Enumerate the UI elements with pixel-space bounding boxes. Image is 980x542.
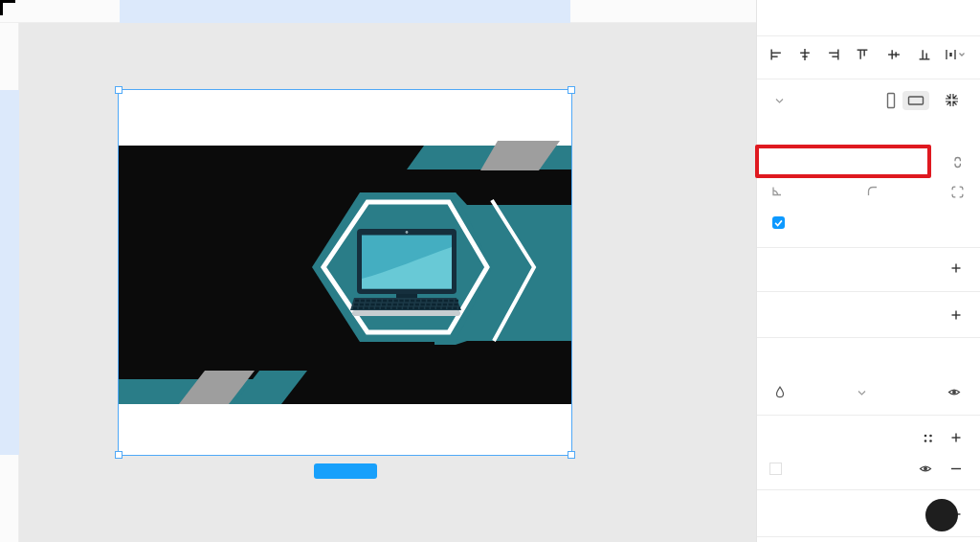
- selection-handle-top-left[interactable]: [115, 86, 122, 94]
- selection-handle-top-right[interactable]: [568, 86, 575, 94]
- remove-fill-icon[interactable]: [950, 467, 962, 470]
- corner-radius-icon: [866, 185, 879, 197]
- laptop-camera-dot: [406, 231, 409, 234]
- ruler-vertical[interactable]: [0, 0, 19, 542]
- fill-visibility-eye-icon[interactable]: [919, 463, 932, 475]
- design-panel: [756, 0, 980, 542]
- align-left-icon[interactable]: [769, 48, 783, 61]
- slide-artwork: [119, 90, 571, 455]
- selection-size-badge: [314, 463, 377, 479]
- chevron-down-icon[interactable]: [775, 97, 784, 104]
- help-button[interactable]: [925, 499, 958, 531]
- align-top-icon[interactable]: [856, 48, 869, 61]
- rotation-icon: [770, 185, 783, 197]
- slide-frame[interactable]: [119, 90, 571, 455]
- orientation-portrait-icon[interactable]: [884, 91, 898, 110]
- ruler-selection-highlight-v: [0, 90, 19, 455]
- selection-handle-bottom-right[interactable]: [568, 451, 575, 459]
- selection-handle-bottom-left[interactable]: [115, 451, 122, 459]
- distribute-spacing-icon[interactable]: [945, 48, 966, 61]
- layer-visibility-eye-icon[interactable]: [947, 386, 961, 398]
- chevron-down-icon[interactable]: [858, 389, 866, 396]
- independent-corners-icon[interactable]: [950, 185, 965, 199]
- canvas[interactable]: [0, 0, 756, 542]
- figma-app: [0, 0, 980, 542]
- orientation-landscape-icon[interactable]: [902, 91, 929, 110]
- fill-color-swatch[interactable]: [769, 463, 782, 475]
- ruler-selection-highlight-h: [120, 0, 570, 23]
- blend-mode-icon[interactable]: [773, 385, 787, 398]
- clip-content-checkbox[interactable]: [772, 216, 785, 229]
- add-auto-layout-icon[interactable]: [950, 262, 962, 274]
- fill-styles-icon[interactable]: [922, 432, 934, 444]
- add-layout-grid-icon[interactable]: [950, 309, 962, 321]
- align-horizontal-center-icon[interactable]: [798, 48, 812, 61]
- resize-to-fit-icon[interactable]: [945, 93, 959, 107]
- laptop-illustration: [350, 229, 461, 316]
- ruler-horizontal[interactable]: [0, 0, 756, 23]
- align-right-icon[interactable]: [827, 48, 840, 61]
- screen-corner-artifact: [0, 0, 3, 15]
- align-bottom-icon[interactable]: [918, 48, 931, 61]
- constrain-proportions-icon[interactable]: [950, 155, 965, 169]
- laptop-base-bar: [352, 310, 460, 316]
- add-fill-icon[interactable]: [950, 432, 962, 443]
- align-vertical-center-icon[interactable]: [887, 48, 901, 61]
